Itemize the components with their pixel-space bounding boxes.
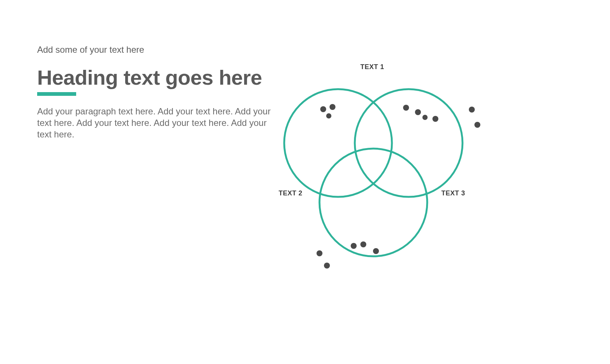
venn-label-left: TEXT 2 xyxy=(279,189,302,197)
accent-underline xyxy=(37,92,76,96)
scatter-dot xyxy=(360,241,366,247)
scatter-dot xyxy=(469,107,475,113)
scatter-dot xyxy=(330,104,335,110)
venn-svg xyxy=(271,63,494,286)
venn-circle-bottom xyxy=(319,149,427,256)
scatter-dot xyxy=(403,105,409,111)
venn-label-top: TEXT 1 xyxy=(360,63,384,71)
scatter-dot xyxy=(432,116,438,122)
venn-diagram: TEXT 1 TEXT 2 TEXT 3 xyxy=(271,63,494,286)
scatter-dot xyxy=(324,263,330,269)
venn-circle-right xyxy=(355,89,463,197)
scatter-dot xyxy=(422,115,428,120)
scatter-dot xyxy=(373,248,379,254)
scatter-dot xyxy=(474,122,480,128)
heading: Heading text goes here xyxy=(37,66,275,89)
scatter-dot xyxy=(317,250,322,256)
scatter-dot xyxy=(351,243,357,249)
subtitle: Add some of your text here xyxy=(37,45,275,55)
text-block: Add some of your text here Heading text … xyxy=(37,45,275,140)
paragraph: Add your paragraph text here. Add your t… xyxy=(37,105,275,140)
scatter-dot xyxy=(320,106,326,112)
scatter-dot xyxy=(415,109,421,115)
venn-circle-left xyxy=(284,89,392,197)
venn-label-right: TEXT 3 xyxy=(441,189,465,197)
scatter-dot xyxy=(326,113,331,118)
